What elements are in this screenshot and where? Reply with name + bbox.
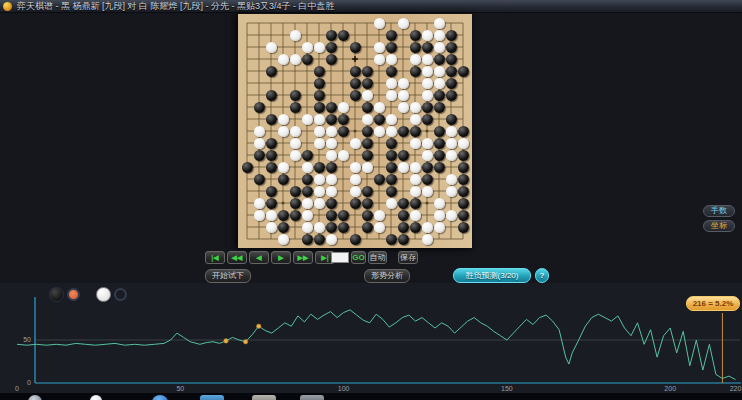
black-stone	[350, 66, 361, 77]
white-stone	[290, 54, 301, 65]
black-stone	[350, 42, 361, 53]
title-bar[interactable]: 弈天棋谱 - 黑 杨鼎新 [九段] 对 白 陈耀烨 [九段] - 分先 - 黑贴…	[0, 0, 742, 13]
white-stone	[398, 78, 409, 89]
black-stone	[326, 42, 337, 53]
white-winrate-radio[interactable]	[114, 288, 127, 301]
black-stone	[290, 102, 301, 113]
white-stone-icon[interactable]	[96, 287, 111, 302]
back-button[interactable]: ◀	[249, 251, 269, 264]
gray-app-icon[interactable]	[252, 395, 276, 400]
svg-text:50: 50	[176, 385, 184, 392]
white-stone	[314, 186, 325, 197]
white-stone	[422, 78, 433, 89]
winrate-chart[interactable]: 050100150200220050	[0, 283, 742, 393]
white-stone	[386, 78, 397, 89]
black-stone	[302, 234, 313, 245]
black-stone	[434, 90, 445, 101]
coordinates-toggle[interactable]: 坐标	[703, 220, 735, 232]
white-stone	[314, 114, 325, 125]
white-stone	[302, 222, 313, 233]
black-stone	[362, 138, 373, 149]
white-stone	[374, 126, 385, 137]
black-stone	[398, 150, 409, 161]
black-stone	[362, 126, 373, 137]
blue-app-icon[interactable]	[152, 395, 168, 400]
black-stone	[338, 126, 349, 137]
black-stone	[458, 186, 469, 197]
white-stone	[314, 222, 325, 233]
black-stone	[458, 150, 469, 161]
win-predict-button[interactable]: 胜负预测(3/20)	[453, 268, 531, 283]
white-stone	[386, 126, 397, 137]
black-stone-icon[interactable]	[49, 287, 64, 302]
white-stone	[266, 42, 277, 53]
black-stone	[326, 102, 337, 113]
white-stone	[326, 150, 337, 161]
black-stone	[386, 162, 397, 173]
goto-move-input[interactable]	[331, 252, 349, 263]
white-stone	[422, 54, 433, 65]
black-stone	[446, 90, 457, 101]
white-stone	[350, 138, 361, 149]
black-stone	[254, 174, 265, 185]
teal-app-icon[interactable]	[200, 395, 224, 400]
fast-forward-button[interactable]: ▶▶	[293, 251, 313, 264]
white-stone	[422, 234, 433, 245]
white-stone	[422, 138, 433, 149]
black-stone	[278, 210, 289, 221]
black-stone	[326, 30, 337, 41]
white-stone	[434, 42, 445, 53]
black-stone	[434, 150, 445, 161]
start-trial-button[interactable]: 开始试下	[205, 269, 251, 283]
svg-text:0: 0	[27, 379, 31, 386]
white-stone	[410, 186, 421, 197]
white-app-icon[interactable]	[90, 395, 102, 400]
goto-move-button[interactable]: GO	[351, 251, 366, 264]
shape-analysis-button[interactable]: 形势分析	[364, 269, 410, 283]
white-stone	[302, 210, 313, 221]
white-stone	[446, 174, 457, 185]
save-button[interactable]: 保存	[398, 251, 418, 264]
white-stone	[362, 162, 373, 173]
white-stone	[314, 174, 325, 185]
white-stone	[434, 30, 445, 41]
black-stone	[386, 234, 397, 245]
forward-button[interactable]: ▶	[271, 251, 291, 264]
black-stone	[386, 66, 397, 77]
black-stone	[386, 186, 397, 197]
black-winrate-radio-selected[interactable]	[67, 288, 80, 301]
start-orb-icon[interactable]	[28, 395, 42, 400]
white-stone	[266, 222, 277, 233]
first-move-button[interactable]: |◀	[205, 251, 225, 264]
black-stone	[266, 90, 277, 101]
black-stone	[410, 126, 421, 137]
black-stone	[374, 174, 385, 185]
auto-play-button[interactable]: 自动	[368, 251, 387, 264]
white-stone	[422, 90, 433, 101]
gray-app-2-icon[interactable]	[300, 395, 324, 400]
black-stone	[446, 66, 457, 77]
black-stone	[458, 198, 469, 209]
white-stone	[410, 174, 421, 185]
black-stone	[290, 210, 301, 221]
windows-taskbar[interactable]	[0, 393, 742, 400]
white-stone	[386, 198, 397, 209]
black-stone	[398, 222, 409, 233]
fast-back-button[interactable]: ◀◀	[227, 251, 247, 264]
black-stone	[362, 210, 373, 221]
move-numbers-toggle[interactable]: 手数	[703, 205, 735, 217]
white-stone	[278, 162, 289, 173]
black-stone	[362, 102, 373, 113]
svg-text:50: 50	[23, 336, 31, 343]
black-stone	[338, 210, 349, 221]
go-board[interactable]	[238, 14, 472, 248]
white-stone	[410, 162, 421, 173]
white-stone	[386, 90, 397, 101]
black-stone	[266, 186, 277, 197]
black-stone	[326, 54, 337, 65]
white-stone	[434, 210, 445, 221]
black-stone	[254, 150, 265, 161]
help-button[interactable]: ?	[535, 268, 549, 283]
white-stone	[398, 102, 409, 113]
white-stone	[374, 54, 385, 65]
